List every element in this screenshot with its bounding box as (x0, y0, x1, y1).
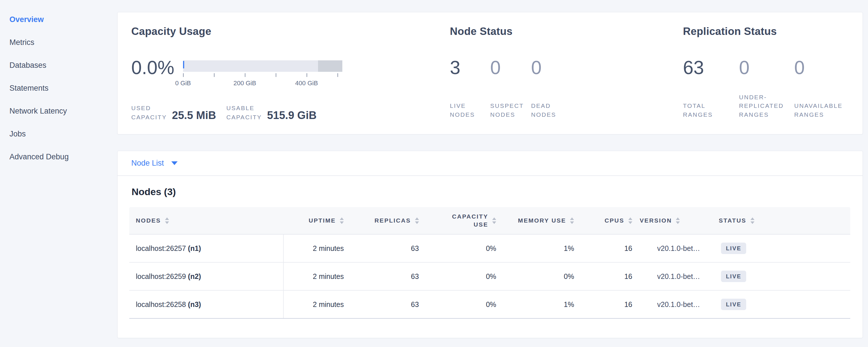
usable-capacity-label: USABLE CAPACITY (226, 103, 262, 122)
status-badge: LIVE (721, 271, 746, 282)
axis-tick-label: 0 GiB (175, 80, 191, 87)
uptime-cell: 2 minutes (283, 234, 347, 262)
column-header-label: MEMORY USE (518, 217, 566, 225)
chevron-down-icon[interactable] (171, 161, 178, 165)
cpus-cell: 16 (578, 262, 636, 290)
capacity-bar-reserved-segment (318, 60, 342, 72)
used-capacity-label: USED CAPACITY (131, 103, 167, 122)
sidebar-item-statements[interactable]: Statements (9, 77, 117, 99)
sidebar-item-jobs[interactable]: Jobs (9, 122, 117, 145)
sidebar-item-databases[interactable]: Databases (9, 54, 117, 77)
usable-capacity-value: 515.9 GiB (267, 110, 317, 121)
memory-use-cell: 1% (500, 290, 578, 318)
nodes-heading: Nodes (3) (131, 186, 850, 197)
table-row[interactable]: localhost:26257 (n1)2 minutes630%1%16v20… (129, 234, 850, 262)
node-status-title: Node Status (450, 26, 585, 37)
memory-use-cell: 1% (500, 234, 578, 262)
stat-label: TOTAL RANGES (683, 101, 739, 119)
sort-icon[interactable] (492, 217, 496, 224)
stat-value: 0 (739, 58, 794, 77)
summary-stat: 0UNDER- REPLICATED RANGES (739, 58, 794, 119)
sort-icon[interactable] (415, 217, 419, 224)
status-badge: LIVE (721, 298, 746, 310)
axis-tick (214, 73, 215, 77)
cpus-cell: 16 (578, 234, 636, 262)
column-header-label: STATUS (719, 217, 746, 225)
column-header-memory_use[interactable]: MEMORY USE (500, 207, 578, 234)
capacity-bar (183, 60, 342, 72)
column-header-uptime[interactable]: UPTIME (283, 207, 347, 234)
axis-tick (183, 73, 184, 77)
replication-status-section: Replication Status 63TOTAL RANGES0UNDER-… (683, 26, 863, 119)
replicas-cell: 63 (347, 290, 423, 318)
column-header-label: UPTIME (309, 217, 336, 225)
capacity-usage-gauge: 0 GiB 200 GiB 400 GiB (183, 58, 342, 88)
stat-value: 63 (683, 58, 739, 77)
capacity-usage-title: Capacity Usage (131, 26, 342, 37)
capacity-axis-ticks (183, 73, 342, 78)
status-cell: LIVE (715, 290, 850, 318)
node-id: (n3) (188, 301, 201, 308)
column-header-label: NODES (136, 217, 161, 225)
capacity-axis-labels: 0 GiB 200 GiB 400 GiB (183, 80, 342, 88)
sidebar-item-metrics[interactable]: Metrics (9, 31, 117, 54)
status-cell: LIVE (715, 234, 850, 262)
sort-icon[interactable] (628, 217, 632, 224)
stat-value: 0 (531, 58, 585, 77)
sort-icon[interactable] (570, 217, 574, 224)
node-address: localhost:26259 (136, 272, 188, 280)
node-address-cell[interactable]: localhost:26258 (n3) (129, 290, 283, 318)
stat-value: 0 (490, 58, 531, 77)
summary-stat: 0UNAVAILABLE RANGES (794, 58, 863, 119)
column-header-cpus[interactable]: CPUS (578, 207, 636, 234)
summary-stat: 63TOTAL RANGES (683, 58, 739, 119)
axis-tick (307, 73, 307, 77)
memory-use-cell: 0% (500, 262, 578, 290)
replicas-cell: 63 (347, 234, 423, 262)
replicas-cell: 63 (347, 262, 423, 290)
column-header-label: CAPACITY USE (452, 213, 488, 229)
sort-icon[interactable] (165, 217, 169, 224)
sort-icon[interactable] (750, 217, 754, 224)
version-cell: v20.1.0-bet… (636, 262, 715, 290)
node-address-cell[interactable]: localhost:26257 (n1) (129, 234, 283, 262)
column-header-capacity_use[interactable]: CAPACITY USE (423, 207, 500, 234)
sort-icon[interactable] (340, 217, 344, 224)
axis-tick-label: 200 GiB (234, 80, 256, 87)
sidebar-item-overview[interactable]: Overview (9, 8, 117, 31)
axis-tick-label: 400 GiB (295, 80, 318, 87)
summary-stat: 0SUSPECT NODES (490, 58, 531, 119)
version-cell: v20.1.0-bet… (636, 234, 715, 262)
sidebar: OverviewMetricsDatabasesStatementsNetwor… (0, 0, 117, 347)
sidebar-item-advanced-debug[interactable]: Advanced Debug (9, 145, 117, 168)
summary-stat: 3LIVE NODES (450, 58, 490, 119)
cpus-cell: 16 (578, 290, 636, 318)
summary-stat: 0DEAD NODES (531, 58, 585, 119)
column-header-label: CPUS (604, 217, 624, 225)
node-list-dropdown-label[interactable]: Node List (131, 159, 164, 168)
column-header-label: REPLICAS (375, 217, 411, 225)
axis-tick (245, 73, 245, 77)
column-header-status[interactable]: STATUS (715, 207, 850, 234)
version-cell: v20.1.0-bet… (636, 290, 715, 318)
sort-icon[interactable] (676, 217, 680, 224)
table-row[interactable]: localhost:26259 (n2)2 minutes630%0%16v20… (129, 262, 850, 290)
column-header-replicas[interactable]: REPLICAS (347, 207, 423, 234)
capacity-use-cell: 0% (423, 262, 500, 290)
cluster-summary-card: Capacity Usage 0.0% 0 GiB 200 GiB 400 Gi… (117, 12, 863, 134)
sidebar-item-network-latency[interactable]: Network Latency (9, 99, 117, 122)
replication-status-title: Replication Status (683, 26, 863, 37)
stat-value: 3 (450, 58, 490, 77)
capacity-use-cell: 0% (423, 290, 500, 318)
stat-label: DEAD NODES (531, 101, 585, 119)
node-list-dropdown[interactable]: Node List (118, 151, 863, 176)
used-capacity-value: 25.5 MiB (172, 110, 216, 121)
node-address: localhost:26257 (136, 244, 188, 252)
column-header-version[interactable]: VERSION (636, 207, 715, 234)
table-row[interactable]: localhost:26258 (n3)2 minutes630%1%16v20… (129, 290, 850, 318)
column-header-nodes[interactable]: NODES (129, 207, 283, 234)
node-address: localhost:26258 (136, 301, 188, 308)
node-address-cell[interactable]: localhost:26259 (n2) (129, 262, 283, 290)
column-header-label: VERSION (640, 217, 672, 225)
axis-tick (276, 73, 276, 77)
